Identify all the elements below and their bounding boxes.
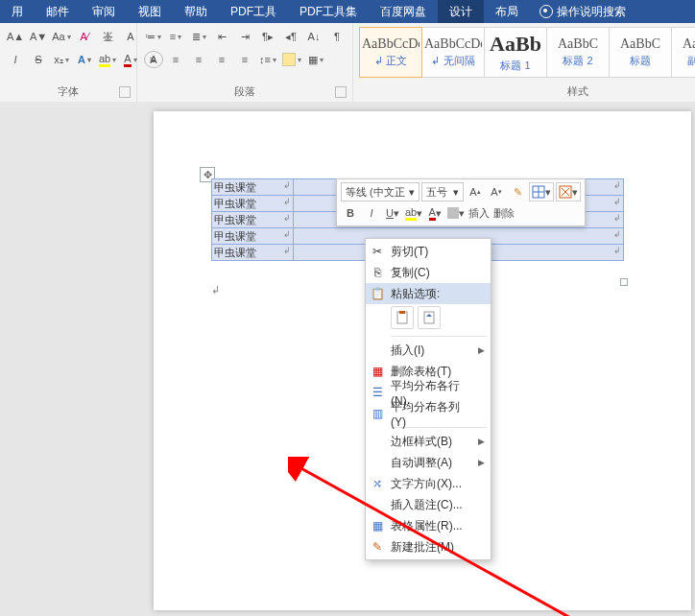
align-dist-button[interactable]: ≡	[235, 50, 254, 69]
bullets-button[interactable]: ≔▾	[143, 27, 162, 46]
indent-inc-button[interactable]: ⇥	[235, 27, 254, 46]
tab-mail[interactable]: 邮件	[35, 0, 81, 23]
mini-italic[interactable]: I	[362, 203, 381, 223]
tab-review[interactable]: 审阅	[81, 0, 127, 23]
svg-rect-7	[399, 311, 405, 314]
sort-button[interactable]: A↓	[304, 27, 324, 46]
shrink-font-button[interactable]: A▼	[29, 27, 48, 46]
ctx-table-properties[interactable]: ▦表格属性(R)...	[366, 515, 491, 536]
style-item-5[interactable]: AaBbC副标题	[672, 27, 695, 78]
mini-bold[interactable]: B	[341, 203, 360, 223]
style-sample: AaBbCcDd	[424, 36, 482, 52]
indent-dec-button[interactable]: ⇤	[212, 27, 231, 46]
ctx-cut[interactable]: ✂剪切(T)	[366, 241, 491, 262]
mini-delete-label[interactable]: 删除	[492, 203, 515, 223]
style-item-3[interactable]: AaBbC标题 2	[547, 27, 610, 78]
mini-shading[interactable]: ▾	[446, 203, 466, 223]
mini-delete-button[interactable]: ▾	[556, 182, 581, 201]
para-launcher[interactable]	[335, 86, 347, 98]
ltr-button[interactable]: ¶▸	[258, 27, 277, 46]
ctx-text-direction[interactable]: ⤭文字方向(X)...	[366, 473, 491, 494]
mini-underline[interactable]: U▾	[383, 203, 402, 223]
style-name: 标题 2	[563, 54, 592, 68]
font-launcher[interactable]	[119, 86, 131, 98]
table-cell[interactable]: 甲虫课堂↲	[212, 245, 294, 261]
subsup-button[interactable]: x₂▾	[52, 50, 71, 69]
paste-merge[interactable]	[418, 306, 441, 329]
grow-font-button[interactable]: A▲	[6, 27, 25, 46]
scissors-icon: ✂	[370, 244, 385, 259]
table-cell[interactable]: 甲虫课堂↲	[212, 228, 294, 245]
mini-format-painter[interactable]: ✎	[508, 182, 527, 201]
tab-baidu[interactable]: 百度网盘	[369, 0, 438, 23]
ctx-paste-options[interactable]: 📋粘贴选项:	[366, 283, 491, 304]
tab-apply[interactable]: 用	[0, 0, 35, 23]
showmarks-button[interactable]: ¶	[327, 27, 347, 46]
mini-fontcolor[interactable]: A▾	[425, 203, 444, 223]
rtl-button[interactable]: ◂¶	[281, 27, 300, 46]
tab-pdfset[interactable]: PDF工具集	[288, 0, 369, 23]
numbering-button[interactable]: ≡▾	[166, 27, 185, 46]
table-cell[interactable]: 甲虫课堂↲	[212, 212, 294, 228]
change-case-button[interactable]: Aa▾	[52, 27, 71, 46]
multilevel-button[interactable]: ≣▾	[189, 27, 208, 46]
tell-me[interactable]: 操作说明搜索	[530, 0, 635, 23]
highlight-button[interactable]: ab▾	[98, 50, 117, 69]
chevron-right-icon: ▶	[478, 437, 485, 446]
group-styles-label: 样式	[567, 85, 588, 97]
ctx-dist-cols[interactable]: ▥平均分布各列(Y)	[366, 403, 491, 424]
text-direction-icon: ⤭	[370, 476, 385, 491]
ctx-insert-caption[interactable]: 插入题注(C)...	[366, 494, 491, 515]
shading-button[interactable]: ▾	[281, 50, 302, 69]
style-item-2[interactable]: AaBb标题 1	[485, 27, 547, 78]
context-menu: ✂剪切(T) ⎘复制(C) 📋粘贴选项: 插入(I)▶ ▦删除表格(T) ☰平均…	[365, 238, 491, 560]
align-left-button[interactable]: ≡	[143, 50, 162, 69]
italic-button[interactable]: I	[6, 50, 25, 69]
style-item-0[interactable]: AaBbCcDd↲ 正文	[359, 27, 422, 78]
texteffect-button[interactable]: A▾	[75, 50, 94, 69]
align-right-button[interactable]: ≡	[189, 50, 208, 69]
align-justify-button[interactable]: ≡	[212, 50, 231, 69]
style-sample: AaBbC	[549, 36, 607, 52]
mini-font-combo[interactable]: 等线 (中文正▾	[341, 182, 419, 201]
styles-gallery[interactable]: AaBbCcDd↲ 正文AaBbCcDd↲ 无间隔AaBb标题 1AaBbC标题…	[359, 27, 695, 78]
mini-insert-label[interactable]: 插入	[467, 203, 491, 223]
mini-shrink-font[interactable]: A▾	[487, 182, 506, 201]
ctx-autofit[interactable]: 自动调整(A)▶	[366, 452, 491, 473]
group-font-label: 字体	[58, 85, 79, 97]
chevron-right-icon: ▶	[478, 345, 485, 355]
linespacing-button[interactable]: ↕≡▾	[258, 50, 277, 69]
copy-icon: ⎘	[370, 265, 385, 280]
mini-highlight[interactable]: ab▾	[404, 203, 423, 223]
mini-insert-button[interactable]: ▾	[529, 182, 554, 201]
tab-pdf[interactable]: PDF工具	[219, 0, 288, 23]
ctx-copy[interactable]: ⎘复制(C)	[366, 262, 491, 283]
style-name: ↲ 正文	[374, 54, 407, 68]
mini-size-combo[interactable]: 五号▾	[421, 182, 464, 201]
table-insert-icon	[532, 185, 545, 199]
table-resize-handle[interactable]	[620, 278, 628, 286]
table-cell[interactable]: 甲虫课堂↲	[212, 179, 294, 196]
style-item-1[interactable]: AaBbCcDd↲ 无间隔	[422, 27, 485, 78]
dist-rows-icon: ☰	[370, 385, 385, 400]
ctx-border-style[interactable]: 边框样式(B)▶	[366, 431, 491, 452]
style-item-4[interactable]: AaBbC标题	[610, 27, 672, 78]
borders-button[interactable]: ▦▾	[306, 50, 325, 69]
tab-layout[interactable]: 布局	[484, 0, 530, 23]
ribbon-tabstrip: 用 邮件 审阅 视图 帮助 PDF工具 PDF工具集 百度网盘 设计 布局 操作…	[0, 0, 695, 23]
align-center-button[interactable]: ≡	[166, 50, 185, 69]
clear-format-button[interactable]: A⁄	[75, 27, 94, 46]
page[interactable]: ✥ 甲虫课堂↲↲甲虫课堂↲↲甲虫课堂↲↲甲虫课堂↲↲甲虫课堂↲↲ ↲ 等线 (中…	[154, 111, 691, 610]
paste-keep-source[interactable]	[391, 306, 414, 329]
table-cell[interactable]: 甲虫课堂↲	[212, 196, 294, 212]
ctx-new-comment[interactable]: ✎新建批注(M)	[366, 536, 491, 557]
style-name: 副标题	[687, 54, 696, 68]
phonetic-button[interactable]: 崟	[98, 27, 117, 46]
table-delete-icon	[559, 185, 572, 199]
strike-button[interactable]: S	[29, 50, 48, 69]
tab-help[interactable]: 帮助	[173, 0, 219, 23]
tab-view[interactable]: 视图	[127, 0, 173, 23]
tab-design[interactable]: 设计	[438, 0, 484, 23]
ctx-insert[interactable]: 插入(I)▶	[366, 340, 491, 361]
mini-grow-font[interactable]: A▴	[466, 182, 485, 201]
